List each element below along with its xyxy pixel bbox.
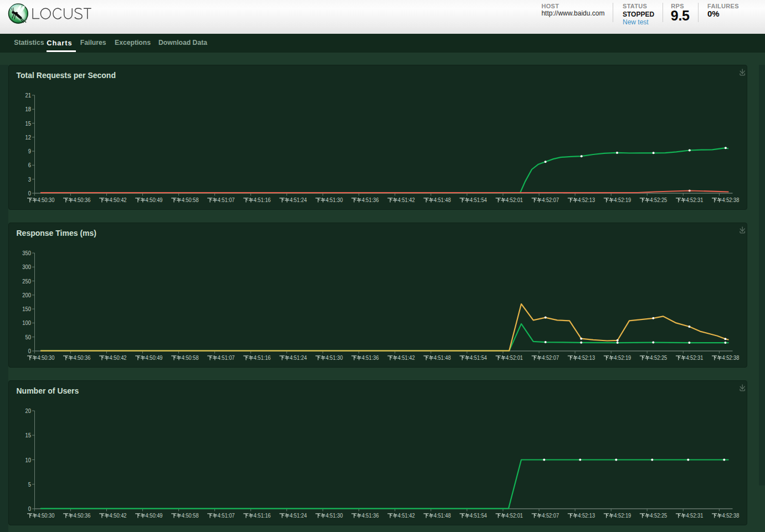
svg-text:4:52:07: 4:52:07 [542,197,559,203]
svg-text:4:50:30: 4:50:30 [38,197,55,203]
svg-text:4:51:54: 4:51:54 [470,512,487,519]
svg-text:4:51:07: 4:51:07 [218,354,235,361]
svg-text:0: 0 [28,348,31,354]
svg-text:4:52:25: 4:52:25 [650,354,667,361]
svg-text:4:50:58: 4:50:58 [182,354,199,361]
svg-text:4:51:42: 4:51:42 [398,354,415,361]
svg-text:9: 9 [28,148,31,154]
svg-text:4:51:30: 4:51:30 [326,197,343,203]
svg-text:4:52:25: 4:52:25 [650,197,667,203]
svg-text:4:52:19: 4:52:19 [614,512,631,519]
svg-text:4:51:16: 4:51:16 [254,197,271,203]
svg-text:4:50:30: 4:50:30 [38,354,55,361]
svg-text:4:51:30: 4:51:30 [326,512,343,519]
svg-text:4:52:38: 4:52:38 [722,512,740,519]
svg-text:4:51:16: 4:51:16 [254,512,271,519]
svg-text:4:51:36: 4:51:36 [362,197,379,203]
svg-text:4:50:30: 4:50:30 [38,512,55,519]
svg-text:5: 5 [28,481,31,488]
svg-text:4:50:36: 4:50:36 [74,512,91,519]
svg-text:4:50:58: 4:50:58 [182,512,199,519]
svg-text:4:50:36: 4:50:36 [74,197,91,203]
svg-text:10: 10 [25,457,32,463]
svg-text:4:50:42: 4:50:42 [110,354,127,361]
svg-text:4:51:24: 4:51:24 [290,197,307,203]
svg-text:3: 3 [28,176,31,183]
svg-text:4:52:07: 4:52:07 [542,512,559,519]
svg-text:15: 15 [25,120,32,127]
svg-text:100: 100 [22,319,31,326]
svg-text:4:52:31: 4:52:31 [686,512,703,519]
svg-text:4:51:36: 4:51:36 [362,354,379,361]
svg-text:4:52:13: 4:52:13 [578,512,595,519]
svg-text:4:51:36: 4:51:36 [362,512,379,519]
svg-text:4:52:01: 4:52:01 [506,512,523,519]
svg-text:4:52:13: 4:52:13 [578,354,595,361]
svg-text:4:51:07: 4:51:07 [218,512,235,519]
svg-text:4:51:24: 4:51:24 [290,512,307,519]
svg-text:4:51:54: 4:51:54 [470,197,487,203]
svg-text:4:51:48: 4:51:48 [434,197,451,203]
svg-text:4:50:58: 4:50:58 [182,197,199,203]
svg-text:0: 0 [28,190,31,197]
svg-text:300: 300 [22,264,31,270]
svg-text:4:52:38: 4:52:38 [722,197,740,203]
svg-text:50: 50 [25,334,32,340]
svg-text:18: 18 [25,106,32,112]
svg-text:20: 20 [25,407,32,414]
svg-text:0: 0 [28,505,31,512]
svg-text:4:50:49: 4:50:49 [146,197,163,203]
svg-text:4:50:49: 4:50:49 [146,354,163,361]
svg-text:4:51:42: 4:51:42 [398,512,415,519]
svg-text:4:52:13: 4:52:13 [578,197,595,203]
svg-text:4:51:48: 4:51:48 [434,354,451,361]
svg-text:15: 15 [25,432,32,438]
svg-text:4:52:38: 4:52:38 [722,354,740,361]
svg-text:4:51:42: 4:51:42 [398,197,415,203]
svg-text:6: 6 [28,162,31,168]
svg-text:4:51:30: 4:51:30 [326,354,343,361]
svg-text:4:51:54: 4:51:54 [470,354,487,361]
svg-text:4:51:48: 4:51:48 [434,512,451,519]
svg-text:4:50:49: 4:50:49 [146,512,163,519]
svg-text:12: 12 [25,134,32,141]
svg-text:4:52:31: 4:52:31 [686,354,703,361]
svg-text:4:51:07: 4:51:07 [218,197,235,203]
svg-text:200: 200 [22,292,31,298]
svg-text:150: 150 [22,306,31,312]
svg-text:4:52:07: 4:52:07 [542,354,559,361]
svg-text:4:51:24: 4:51:24 [290,354,307,361]
svg-text:21: 21 [25,92,32,99]
svg-text:4:52:01: 4:52:01 [506,197,523,203]
svg-text:4:52:19: 4:52:19 [614,197,631,203]
svg-text:4:50:36: 4:50:36 [74,354,91,361]
svg-text:4:52:25: 4:52:25 [650,512,667,519]
svg-text:4:50:42: 4:50:42 [110,197,127,203]
svg-text:250: 250 [22,278,31,285]
svg-text:4:52:01: 4:52:01 [506,354,523,361]
svg-text:4:50:42: 4:50:42 [110,512,127,519]
svg-text:4:52:31: 4:52:31 [686,197,703,203]
svg-text:4:51:16: 4:51:16 [254,354,271,361]
svg-text:4:52:19: 4:52:19 [614,354,631,361]
svg-text:350: 350 [22,250,31,256]
